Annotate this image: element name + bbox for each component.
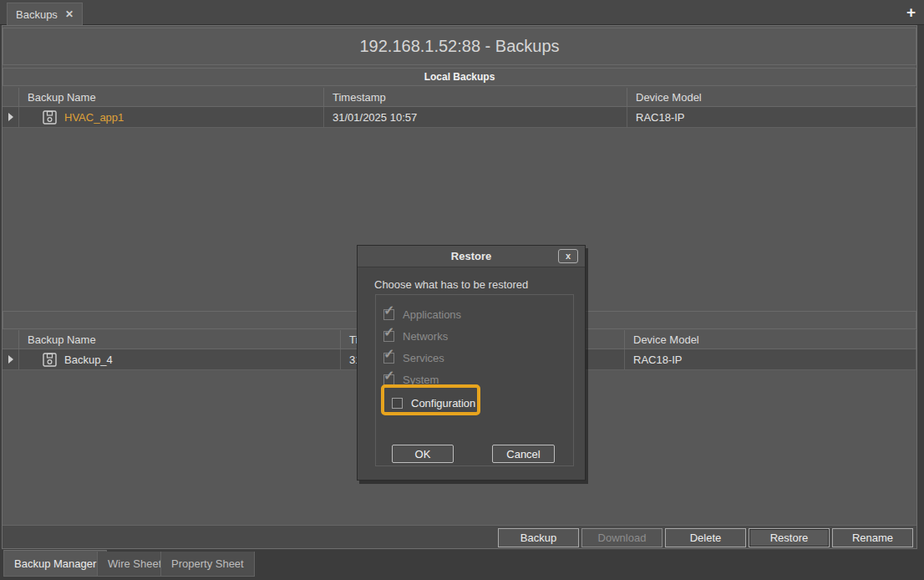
table-row[interactable]: HVAC_app1 31/01/2025 10:57 RAC18-IP: [3, 107, 916, 128]
option-label: Applications: [403, 308, 461, 321]
row-selector[interactable]: [3, 349, 19, 369]
tab-backup-manager[interactable]: Backup Manager: [3, 550, 107, 577]
add-tab-icon[interactable]: +: [906, 3, 916, 22]
tab-close-icon[interactable]: ✕: [65, 8, 74, 20]
column-backup-name[interactable]: Backup Name: [19, 330, 341, 349]
checkbox-checked-icon: ✓: [383, 353, 394, 364]
tab-label: Property Sheet: [171, 557, 244, 570]
tab-backups[interactable]: Backups ✕: [7, 3, 83, 25]
action-bar: Backup Download Delete Restore Rename: [3, 525, 916, 548]
backup-button[interactable]: Backup: [498, 528, 579, 547]
column-device-model[interactable]: Device Model: [627, 88, 916, 106]
device-model-cell: RAC18-IP: [625, 349, 916, 369]
checkbox-checked-icon: ✓: [383, 331, 394, 342]
column-device-model[interactable]: Device Model: [625, 330, 916, 349]
checkbox-checked-icon: ✓: [383, 374, 394, 385]
option-applications: ✓ Applications: [383, 306, 461, 323]
page-title: 192.168.1.52:88 - Backups: [3, 28, 916, 65]
local-backups-section-header: Local Backups: [3, 68, 916, 86]
floppy-disk-icon: [43, 110, 57, 125]
local-backups-table-header: Backup Name Timestamp Device Model: [3, 88, 916, 107]
option-label: Services: [403, 352, 444, 364]
tab-label: Wire Sheet: [108, 557, 161, 570]
local-backups-title: Local Backups: [424, 71, 495, 83]
backup-name-text: Backup_4: [64, 354, 113, 366]
option-services: ✓ Services: [383, 349, 444, 366]
dialog-prompt: Choose what has to be restored: [374, 278, 528, 291]
floppy-disk-icon: [43, 353, 57, 367]
option-networks: ✓ Networks: [383, 328, 448, 344]
restore-dialog: Restore x Choose what has to be restored…: [357, 245, 586, 481]
download-button: Download: [581, 528, 663, 547]
row-marker-icon: [8, 113, 13, 121]
rename-button[interactable]: Rename: [832, 528, 913, 547]
restore-button[interactable]: Restore: [749, 528, 830, 547]
cancel-button[interactable]: Cancel: [492, 445, 555, 463]
row-marker-icon: [8, 355, 13, 364]
ok-button[interactable]: OK: [392, 445, 454, 463]
checkbox-checked-icon: ✓: [383, 309, 394, 320]
view-tab-bar: Backup Manager Wire Sheet Property Sheet: [0, 550, 924, 580]
tab-property-sheet[interactable]: Property Sheet: [160, 552, 255, 577]
row-selector[interactable]: [3, 107, 19, 127]
app-window: Backups ✕ + 192.168.1.52:88 - Backups Lo…: [0, 0, 924, 580]
backup-name-cell[interactable]: HVAC_app1: [19, 107, 324, 127]
timestamp-cell: 31/01/2025 10:57: [324, 107, 627, 127]
dialog-title-bar[interactable]: Restore: [358, 246, 585, 267]
tab-label: Backup Manager: [14, 557, 96, 570]
row-selector-header: [3, 88, 19, 106]
column-timestamp[interactable]: Timestamp: [324, 88, 627, 106]
top-tab-bar: Backups ✕ +: [0, 0, 924, 25]
backup-name-cell[interactable]: Backup_4: [19, 349, 341, 369]
dialog-close-icon[interactable]: x: [558, 249, 578, 263]
row-selector-header: [3, 330, 19, 349]
page-title-text: 192.168.1.52:88 - Backups: [359, 37, 559, 56]
device-model-cell: RAC18-IP: [627, 107, 916, 127]
highlight-ring: [381, 384, 480, 415]
delete-button[interactable]: Delete: [665, 528, 746, 547]
tab-backups-label: Backups: [16, 8, 58, 21]
column-backup-name[interactable]: Backup Name: [19, 88, 324, 106]
option-label: Networks: [403, 330, 448, 343]
backup-name-text: HVAC_app1: [64, 111, 124, 124]
dialog-title: Restore: [451, 250, 491, 262]
